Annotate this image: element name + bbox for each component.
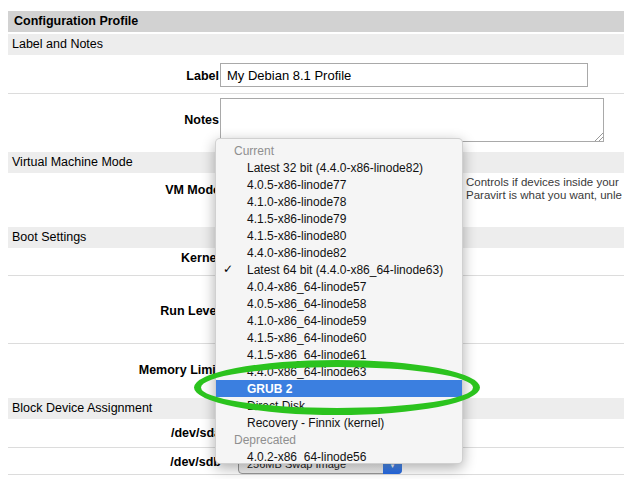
notes-field-label: Notes	[8, 113, 219, 127]
divider	[8, 474, 624, 475]
kernel-label: Kernel	[8, 251, 220, 265]
kernel-menu-item[interactable]: 4.1.0-x86_64-linode59	[216, 312, 462, 329]
dev-sdb-label: /dev/sdb	[8, 455, 221, 469]
memory-limit-label: Memory Limit	[8, 363, 220, 377]
configuration-profile-page: Configuration Profile Label and Notes La…	[0, 0, 624, 479]
notes-textarea[interactable]	[220, 98, 604, 142]
kernel-dropdown-menu: CurrentLatest 32 bit (4.4.0-x86-linode82…	[215, 138, 463, 464]
kernel-menu-item[interactable]: 4.0.5-x86_64-linode58	[216, 295, 462, 312]
kernel-menu-item[interactable]: Recovery - Finnix (kernel)	[216, 414, 462, 431]
kernel-menu-item[interactable]: 4.4.0-x86-linode82	[216, 244, 462, 261]
kernel-menu-item[interactable]: 4.1.5-x86-linode80	[216, 227, 462, 244]
run-level-label: Run Level	[8, 304, 220, 318]
kernel-menu-item[interactable]: 4.1.5-x86-linode79	[216, 210, 462, 227]
annotation-ellipse	[194, 360, 480, 415]
kernel-menu-item[interactable]: ✓Latest 64 bit (4.4.0-x86_64-linode63)	[216, 261, 462, 278]
kernel-menu-item[interactable]: 4.0.2-x86_64-linode56	[216, 448, 462, 464]
kernel-menu-item[interactable]: 4.0.4-x86_64-linode57	[216, 278, 462, 295]
kernel-menu-item[interactable]: 4.0.5-x86-linode77	[216, 176, 462, 193]
divider	[8, 93, 624, 94]
kernel-menu-item[interactable]: Latest 32 bit (4.4.0-x86-linode82)	[216, 159, 462, 176]
kernel-menu-group-header: Deprecated	[216, 431, 462, 448]
vm-mode-help-line2: Paravirt is what you want, unle	[466, 189, 622, 201]
vm-mode-help-line1: Controls if devices inside your	[466, 176, 619, 188]
page-title: Configuration Profile	[8, 11, 624, 32]
kernel-menu-item[interactable]: 4.1.0-x86-linode78	[216, 193, 462, 210]
dev-sda-label: /dev/sda	[8, 426, 221, 440]
kernel-menu-group-header: Current	[216, 142, 462, 159]
label-input[interactable]	[220, 63, 588, 87]
label-field-label: Label	[8, 69, 219, 83]
checkmark-icon: ✓	[223, 261, 233, 278]
vm-mode-label: VM Mode	[8, 183, 220, 197]
section-label-and-notes: Label and Notes	[8, 34, 624, 55]
kernel-menu-item[interactable]: 4.1.5-x86_64-linode60	[216, 329, 462, 346]
